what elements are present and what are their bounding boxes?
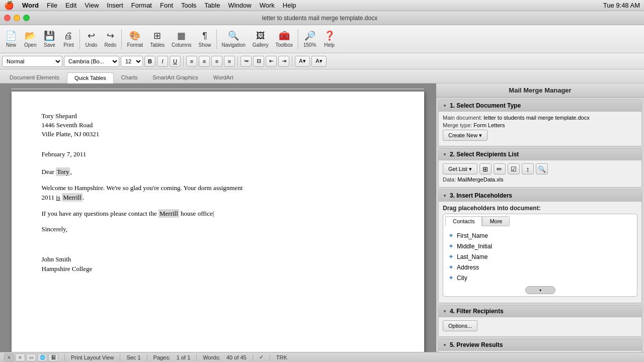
zoom-control[interactable]: 🔎 150% <box>300 27 319 51</box>
outdent-button[interactable]: ⇤ <box>266 56 277 67</box>
align-left-button[interactable]: ≡ <box>186 56 197 67</box>
get-list-button[interactable]: Get List ▾ <box>443 163 477 174</box>
tab-quick-tables[interactable]: Quick Tables <box>67 72 114 83</box>
font-size-select[interactable]: 12 <box>121 56 143 67</box>
options-row: Options... <box>443 320 637 331</box>
tab-wordart[interactable]: WordArt <box>206 72 241 83</box>
placeholder-address[interactable]: ✦ Address <box>445 262 635 273</box>
view-notebook-button[interactable]: 📓 <box>48 353 58 361</box>
align-center-button[interactable]: ≡ <box>199 56 210 67</box>
menu-font[interactable]: Font <box>160 2 173 9</box>
recipients-grid-button[interactable]: ⊞ <box>479 163 492 174</box>
menu-file[interactable]: File <box>47 2 57 9</box>
menu-format[interactable]: Format <box>131 2 152 9</box>
minimize-button[interactable] <box>14 15 20 21</box>
font-color-button[interactable]: A▾ <box>311 56 327 67</box>
justify-button[interactable]: ≡ <box>224 56 235 67</box>
tables-label: Tables <box>150 42 165 48</box>
toolbox-label: Toolbox <box>275 42 292 48</box>
menu-help[interactable]: Help <box>283 2 296 9</box>
view-print-button[interactable]: ▭ <box>26 353 36 361</box>
main-doc-value: letter to students mail merge template.d… <box>484 115 589 121</box>
numbered-list-button[interactable]: ⊟ <box>253 56 264 67</box>
mm-section-3-header[interactable]: ▼ 3. Insert Placeholders <box>439 190 641 202</box>
contacts-tab[interactable]: Contacts <box>445 216 482 226</box>
merge-field-merrill: Merrill <box>62 193 83 202</box>
gallery-button[interactable]: 🖼 Gallery <box>250 27 272 51</box>
menu-word[interactable]: Word <box>22 2 39 9</box>
redo-label: Redo <box>105 42 117 48</box>
indent-button[interactable]: ⇥ <box>278 56 289 67</box>
save-label: Save <box>44 42 55 48</box>
document-page[interactable]: Tory Shepard 1446 Seventh Road Ville Pla… <box>12 92 424 352</box>
data-source-value: MailMergeData.xls <box>457 176 503 183</box>
menu-view[interactable]: View <box>85 2 99 9</box>
placeholder-middle-initial[interactable]: ✦ Middle_Initial <box>445 241 635 251</box>
italic-button[interactable]: I <box>157 56 168 67</box>
more-tab[interactable]: More <box>482 216 510 226</box>
create-new-button[interactable]: Create New ▾ <box>443 130 488 141</box>
mail-merge-content[interactable]: ▼ 1. Select Document Type Main document:… <box>436 98 644 352</box>
list-button[interactable]: ≔ <box>240 56 252 67</box>
ruler: 1 1 2 3 4 5 6 <box>12 88 424 89</box>
placeholder-first-name[interactable]: ✦ First_Name <box>445 230 635 241</box>
document-area[interactable]: 1 1 2 3 4 5 6 Tory Shepard 1446 Seventh … <box>0 83 435 352</box>
mm-section-2-header[interactable]: ▼ 2. Select Recipients List <box>439 149 641 160</box>
close-button[interactable] <box>4 15 11 21</box>
mm-section-1-header[interactable]: ▼ 1. Select Document Type <box>439 100 641 112</box>
new-label: New <box>6 42 16 48</box>
collapse-icon-1: ▼ <box>443 104 447 108</box>
show-button[interactable]: ¶ Show <box>196 27 214 51</box>
maximize-button[interactable] <box>23 15 30 21</box>
help-button[interactable]: ❓ Help <box>320 27 339 51</box>
align-right-button[interactable]: ≡ <box>211 56 222 67</box>
undo-button[interactable]: ↩ Undo <box>82 27 100 51</box>
menu-work[interactable]: Work <box>260 2 275 9</box>
print-label: Print <box>63 42 74 48</box>
recipients-filter-button[interactable]: ☑ <box>508 163 520 174</box>
menu-insert[interactable]: Insert <box>107 2 123 9</box>
scroll-down-button[interactable]: ▾ <box>525 286 555 294</box>
navigation-button[interactable]: 🔍 Navigation <box>219 27 249 51</box>
view-web-button[interactable]: 🌐 <box>37 353 47 361</box>
redo-button[interactable]: ↪ Redo <box>101 27 119 51</box>
new-button[interactable]: 📄 New <box>2 27 20 51</box>
apple-menu[interactable]: 🍎 <box>4 1 14 10</box>
recipients-search-button[interactable]: 🔍 <box>536 163 548 174</box>
open-label: Open <box>24 42 36 48</box>
view-normal-button[interactable]: ≡ <box>4 353 14 361</box>
view-outline-button[interactable]: ≡ <box>15 353 25 361</box>
style-select[interactable]: Normal <box>2 56 62 67</box>
bold-button[interactable]: B <box>144 56 155 67</box>
placeholder-city[interactable]: ✦ City <box>445 273 635 283</box>
menu-table[interactable]: Table <box>204 2 220 9</box>
tables-button[interactable]: ⊞ Tables <box>147 27 168 51</box>
format-button[interactable]: 🎨 Format <box>124 27 146 51</box>
menu-tools[interactable]: Tools <box>181 2 196 9</box>
undo-label: Undo <box>86 42 98 48</box>
menu-edit[interactable]: Edit <box>65 2 76 9</box>
mm-section-5-header[interactable]: ▼ 5. Preview Results <box>439 339 641 351</box>
section-info: Sec 1 <box>126 354 140 360</box>
recipients-sort-button[interactable]: ↕ <box>522 163 534 174</box>
highlight-button[interactable]: A▾ <box>295 56 310 67</box>
tab-smartart[interactable]: SmartArt Graphics <box>145 72 205 83</box>
open-button[interactable]: 📂 Open <box>21 27 39 51</box>
columns-button[interactable]: ▦ Columns <box>169 27 194 51</box>
print-button[interactable]: 🖨 Print <box>59 27 77 51</box>
word-count: 40 of 45 <box>226 354 247 360</box>
tab-charts[interactable]: Charts <box>114 72 145 83</box>
mail-merge-title: Mail Merge Manager <box>436 83 644 98</box>
mm-section-4-header[interactable]: ▼ 4. Filter Recipients <box>439 306 641 317</box>
separator-4 <box>298 29 298 49</box>
options-button[interactable]: Options... <box>443 320 477 331</box>
tab-document-elements[interactable]: Document Elements <box>2 72 67 83</box>
underline-button[interactable]: U <box>170 56 181 67</box>
placeholder-last-name[interactable]: ✦ Last_Name <box>445 251 635 262</box>
menu-window[interactable]: Window <box>228 2 251 9</box>
placeholder-scroll: ▾ <box>445 286 635 294</box>
recipients-edit-button[interactable]: ✏ <box>494 163 506 174</box>
save-button[interactable]: 💾 Save <box>40 27 58 51</box>
font-select[interactable]: Cambria (Bo... <box>64 56 119 67</box>
toolbox-button[interactable]: 🧰 Toolbox <box>272 27 295 51</box>
